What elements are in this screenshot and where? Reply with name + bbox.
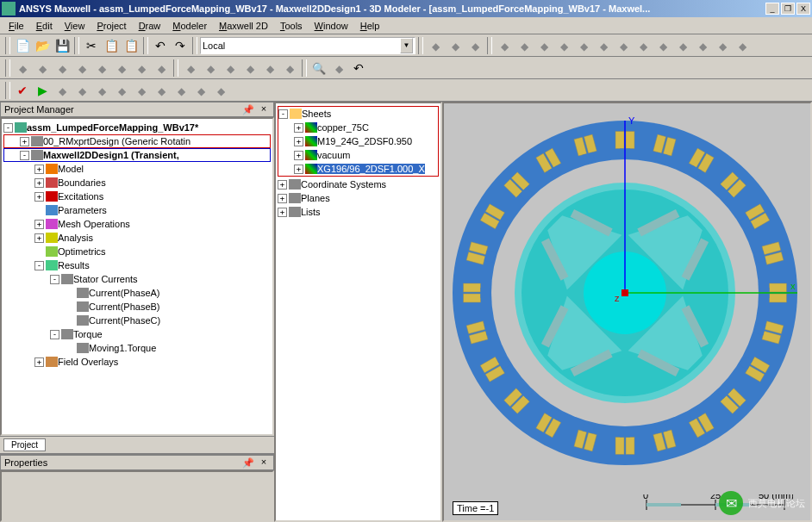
expand-icon[interactable]: - (34, 261, 44, 270)
expand-icon[interactable]: + (278, 194, 287, 203)
expand-icon[interactable]: + (294, 137, 303, 146)
tree-item[interactable]: +Excitations (3, 190, 271, 203)
menu-modeler[interactable]: Modeler (167, 19, 212, 33)
sim-btn[interactable] (92, 81, 111, 100)
model-tree-item[interactable]: +Lists (278, 205, 439, 219)
expand-icon[interactable]: + (294, 151, 303, 160)
tool-btn[interactable] (614, 36, 633, 55)
tool-btn[interactable] (495, 36, 514, 55)
3d-viewport[interactable]: x Y z Time =-1 0 25 50 (mm) (442, 102, 812, 522)
tree-root[interactable]: - assm_LumpedForceMapping_WBv17* (3, 121, 271, 134)
panel-close-button[interactable]: × (258, 103, 270, 115)
draw-btn[interactable] (152, 59, 171, 78)
tool-btn[interactable] (465, 36, 484, 55)
save-button[interactable] (53, 36, 72, 55)
new-button[interactable] (13, 36, 32, 55)
draw-btn[interactable] (53, 59, 72, 78)
pin-icon[interactable]: 📌 (242, 457, 254, 469)
expand-icon[interactable]: + (278, 208, 287, 217)
expand-icon[interactable]: + (34, 220, 44, 229)
expand-icon[interactable]: - (3, 123, 13, 133)
model-tree-item[interactable]: +Coordinate Systems (278, 177, 439, 191)
menu-window[interactable]: Window (309, 19, 353, 33)
tool-btn[interactable] (554, 36, 573, 55)
sim-btn[interactable] (152, 81, 171, 100)
sim-btn[interactable] (132, 81, 151, 100)
sim-btn[interactable] (211, 81, 230, 100)
tree-item[interactable]: -Results (3, 258, 271, 272)
tool-btn[interactable] (446, 36, 465, 55)
view-btn[interactable] (349, 59, 368, 78)
draw-btn[interactable] (181, 59, 200, 78)
model-tree-item[interactable]: +vacuum (278, 148, 438, 162)
tree-item[interactable]: Current(PhaseC) (3, 314, 271, 327)
panel-close-button[interactable]: × (258, 457, 270, 469)
menu-file[interactable]: File (3, 19, 29, 33)
redo-button[interactable] (171, 36, 190, 55)
restore-button[interactable]: ❐ (781, 3, 795, 15)
tool-btn[interactable] (594, 36, 613, 55)
menu-tools[interactable]: Tools (275, 19, 308, 33)
tree-item[interactable]: -Torque (3, 327, 271, 341)
sim-btn[interactable] (172, 81, 191, 100)
expand-icon[interactable]: + (294, 123, 303, 133)
minimize-button[interactable]: _ (765, 3, 779, 15)
tool-btn[interactable] (574, 36, 593, 55)
tree-item[interactable]: -Stator Currents (3, 272, 271, 286)
copy-button[interactable] (102, 36, 121, 55)
menu-project[interactable]: Project (91, 19, 131, 33)
open-button[interactable] (33, 36, 52, 55)
draw-btn[interactable] (280, 59, 299, 78)
cut-button[interactable] (82, 36, 101, 55)
expand-icon[interactable]: - (50, 330, 59, 339)
menu-help[interactable]: Help (355, 19, 385, 33)
tree-item[interactable]: +Model (3, 162, 271, 176)
expand-icon[interactable]: - (20, 151, 29, 160)
sim-btn[interactable] (112, 81, 131, 100)
expand-icon[interactable]: + (34, 233, 44, 243)
paste-button[interactable] (122, 36, 141, 55)
draw-btn[interactable] (92, 59, 111, 78)
expand-icon[interactable]: + (294, 165, 303, 174)
tool-btn[interactable] (653, 36, 672, 55)
menu-view[interactable]: View (59, 19, 91, 33)
sim-btn[interactable] (53, 81, 72, 100)
pin-icon[interactable]: 📌 (242, 104, 254, 115)
draw-btn[interactable] (260, 59, 279, 78)
expand-icon[interactable]: + (34, 357, 44, 367)
draw-btn[interactable] (72, 59, 91, 78)
model-tree-root[interactable]: - Sheets (278, 107, 438, 121)
tool-btn[interactable] (515, 36, 534, 55)
tree-item[interactable]: -Maxwell2DDesign1 (Transient, (3, 148, 271, 162)
tree-item[interactable]: Current(PhaseA) (3, 286, 271, 300)
draw-btn[interactable] (33, 59, 52, 78)
menu-draw[interactable]: Draw (134, 19, 166, 33)
tree-item[interactable]: +Field Overlays (3, 355, 271, 369)
tree-item[interactable]: Optimetrics (3, 245, 271, 258)
tool-btn[interactable] (426, 36, 445, 55)
toolbar-grip[interactable] (5, 82, 10, 99)
sim-btn[interactable]: ▶ (33, 81, 52, 100)
tree-item[interactable]: +Mesh Operations (3, 217, 271, 231)
menu-maxwell2d[interactable]: Maxwell 2D (214, 19, 273, 33)
draw-btn[interactable] (132, 59, 151, 78)
draw-btn[interactable] (240, 59, 259, 78)
expand-icon[interactable]: + (278, 180, 287, 190)
draw-btn[interactable] (221, 59, 240, 78)
toolbar-grip[interactable] (5, 59, 10, 77)
model-tree[interactable]: - Sheets +copper_75C+M19_24G_2DSF0.950+v… (274, 102, 442, 522)
expand-icon[interactable]: + (20, 137, 29, 146)
zoom-btn[interactable] (309, 59, 328, 78)
tree-item[interactable]: Moving1.Torque (3, 341, 271, 355)
model-tree-item[interactable]: +M19_24G_2DSF0.950 (278, 134, 438, 148)
view-btn[interactable] (329, 59, 348, 78)
model-tree-item[interactable]: +Planes (278, 191, 439, 205)
draw-btn[interactable] (13, 59, 32, 78)
coord-system-combo[interactable]: Local ▼ (200, 37, 415, 54)
tab-project[interactable]: Project (3, 438, 46, 451)
tree-item[interactable]: +Boundaries (3, 176, 271, 190)
expand-icon[interactable]: - (278, 109, 288, 119)
toolbar-grip[interactable] (5, 37, 10, 54)
tree-item[interactable]: Current(PhaseB) (3, 300, 271, 314)
expand-icon[interactable]: + (34, 165, 44, 174)
